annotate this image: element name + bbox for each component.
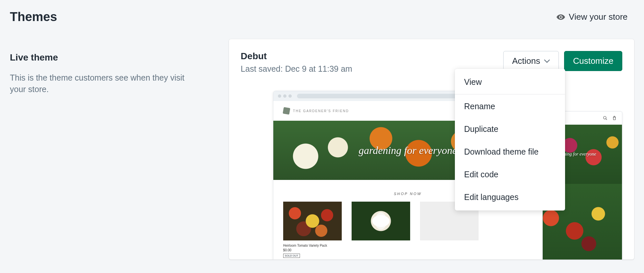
preview-product [352,202,410,258]
actions-button-label: Actions [512,56,540,66]
actions-dropdown: View Rename Duplicate Download theme fil… [455,69,565,211]
search-icon [603,116,607,120]
view-store-link[interactable]: View your store [556,12,634,22]
window-dot [283,94,286,98]
customize-button[interactable]: Customize [564,51,622,71]
actions-item-download[interactable]: Download theme file [455,140,565,163]
window-dot [288,94,292,98]
window-dot [278,94,281,98]
preview-tagline: gardening for everyone [359,144,457,157]
actions-item-edit-code[interactable]: Edit code [455,163,565,186]
actions-item-view[interactable]: View [455,71,565,93]
soldout-badge: SOLD OUT [283,254,300,258]
live-theme-card: Debut Last saved: Dec 9 at 11:39 am Acti… [229,39,634,260]
actions-button[interactable]: Actions [503,51,559,71]
product-name: Heirloom Tomato Variety Pack [283,244,342,247]
brand-name: THE GARDENER'S FRIEND [293,109,349,113]
live-theme-heading: Live theme [10,52,212,63]
chevron-down-icon [544,59,550,63]
theme-last-saved: Last saved: Dec 9 at 11:39 am [241,64,352,74]
brand-logo-icon [283,107,290,114]
customize-button-label: Customize [573,56,613,66]
svg-point-0 [604,116,606,119]
eye-icon [556,12,565,22]
divider [455,94,565,94]
actions-item-edit-languages[interactable]: Edit languages [455,186,565,209]
product-price: $0.00 [283,248,342,252]
view-store-label: View your store [569,12,628,22]
preview-product: Heirloom Tomato Variety Pack $0.00 SOLD … [283,202,342,258]
bag-icon [612,116,617,120]
page-title: Themes [10,10,57,24]
live-theme-description: This is the theme customers see when the… [10,72,201,95]
svg-line-1 [606,119,607,120]
actions-item-rename[interactable]: Rename [455,95,565,118]
actions-item-duplicate[interactable]: Duplicate [455,118,565,140]
theme-name: Debut [241,51,352,62]
